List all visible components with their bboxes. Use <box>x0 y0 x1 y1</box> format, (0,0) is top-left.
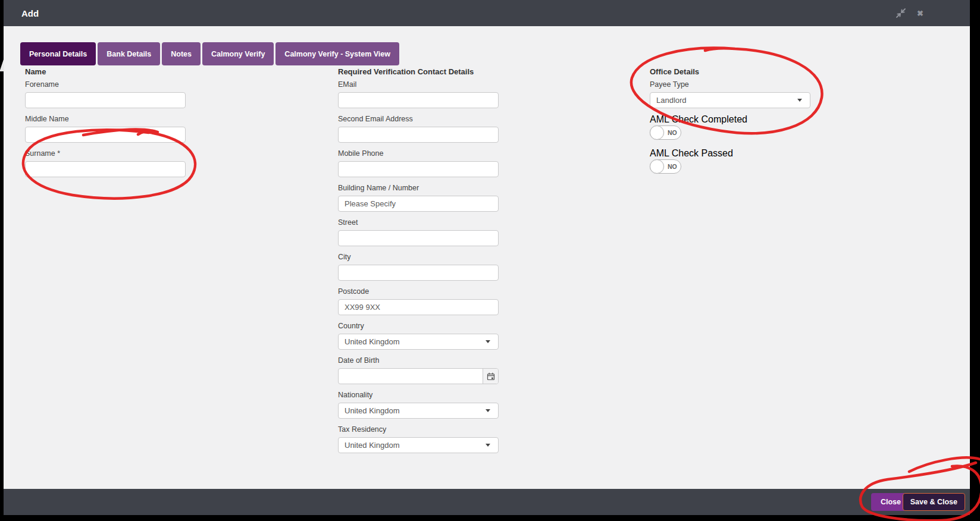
chevron-down-icon <box>486 444 490 447</box>
section-title-name: Name <box>25 67 186 77</box>
tax-residency-select[interactable]: United Kingdom <box>338 437 499 453</box>
chevron-down-icon <box>486 340 490 343</box>
aml-check-passed-label: AML Check Passed <box>650 148 733 158</box>
close-icon[interactable]: ✖ <box>917 9 923 18</box>
email-input[interactable] <box>338 92 499 108</box>
middle-name-input[interactable] <box>25 127 186 143</box>
section-title-contact: Required Verification Contact Details <box>338 67 499 77</box>
postcode-label: Postcode <box>338 287 499 296</box>
tax-residency-select-value: United Kingdom <box>345 441 400 450</box>
chevron-down-icon <box>797 99 802 102</box>
postcode-input[interactable] <box>338 299 499 315</box>
dialog-title: Add <box>21 8 39 18</box>
email-label: EMail <box>338 80 499 89</box>
building-name-label: Building Name / Number <box>338 183 499 193</box>
building-name-input[interactable] <box>338 196 499 212</box>
forename-label: Forename <box>25 80 186 89</box>
tab-notes[interactable]: Notes <box>162 42 201 65</box>
toggle-knob <box>650 159 664 174</box>
name-section: Name Forename Middle Name Surname * <box>25 67 186 183</box>
save-and-close-button[interactable]: Save & Close <box>903 493 965 511</box>
payee-type-select[interactable]: Landlord <box>650 92 810 108</box>
dialog-footer: Close Save & Close <box>4 489 970 515</box>
payee-type-label: Payee Type <box>650 80 810 89</box>
country-select-value: United Kingdom <box>345 337 400 346</box>
toggle-state: NO <box>668 163 677 170</box>
chevron-down-icon <box>486 409 490 412</box>
tab-bank-details[interactable]: Bank Details <box>98 42 160 65</box>
street-input[interactable] <box>338 230 499 246</box>
toggle-state: NO <box>668 129 677 136</box>
second-email-input[interactable] <box>338 127 499 143</box>
tab-calmony-verify-system-view[interactable]: Calmony Verify - System View <box>275 42 399 65</box>
forename-input[interactable] <box>25 92 186 108</box>
calendar-icon[interactable] <box>483 369 498 384</box>
toggle-knob <box>650 125 664 140</box>
dialog-header: Add ✖ <box>4 0 970 26</box>
nationality-select[interactable]: United Kingdom <box>338 403 499 419</box>
country-label: Country <box>338 321 499 331</box>
city-input[interactable] <box>338 265 499 281</box>
backdrop-artifact <box>0 57 4 71</box>
tab-calmony-verify[interactable]: Calmony Verify <box>202 42 274 65</box>
office-details-section: Office Details Payee Type Landlord AML C… <box>650 67 810 182</box>
country-select[interactable]: United Kingdom <box>338 334 499 350</box>
tax-residency-label: Tax Residency <box>338 425 499 434</box>
middle-name-label: Middle Name <box>25 114 186 124</box>
date-of-birth-label: Date of Birth <box>338 356 499 365</box>
contact-details-section: Required Verification Contact Details EM… <box>338 67 499 459</box>
collapse-icon[interactable] <box>896 8 906 18</box>
mobile-phone-label: Mobile Phone <box>338 149 499 158</box>
section-title-office: Office Details <box>650 67 810 77</box>
nationality-select-value: United Kingdom <box>345 406 400 415</box>
aml-check-completed-label: AML Check Completed <box>650 114 747 124</box>
city-label: City <box>338 252 499 262</box>
tab-personal-details[interactable]: Personal Details <box>20 42 96 65</box>
street-label: Street <box>338 218 499 227</box>
aml-check-passed-toggle[interactable]: NO <box>650 159 681 174</box>
mobile-phone-input[interactable] <box>338 161 499 177</box>
nationality-label: Nationality <box>338 390 499 400</box>
second-email-label: Second Email Address <box>338 114 499 124</box>
add-dialog: Add ✖ Personal Details Bank Details Note… <box>4 0 970 515</box>
surname-label: Surname * <box>25 149 186 158</box>
payee-type-select-value: Landlord <box>656 96 687 105</box>
aml-check-completed-toggle[interactable]: NO <box>650 125 681 140</box>
surname-input[interactable] <box>25 161 186 177</box>
date-of-birth-input[interactable] <box>338 368 499 384</box>
tab-bar: Personal Details Bank Details Notes Calm… <box>20 42 399 65</box>
